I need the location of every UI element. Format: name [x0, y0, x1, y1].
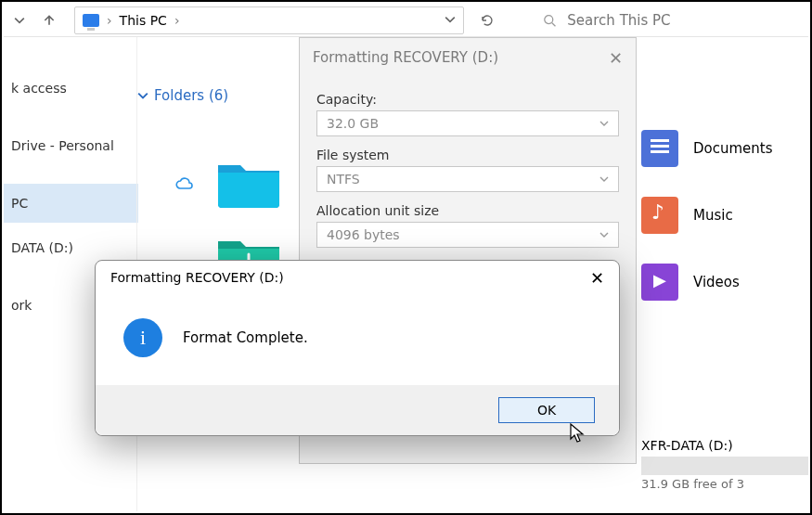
toolbar: › This PC › [4, 4, 808, 37]
info-icon: i [123, 318, 162, 357]
filesystem-value: NTFS [327, 172, 360, 187]
message-box: Formatting RECOVERY (D:) ✕ i Format Comp… [95, 260, 620, 436]
drive-xfr-data[interactable]: XFR-DATA (D:) 31.9 GB free of 3 [641, 438, 808, 491]
group-header-label: Folders (6) [154, 87, 228, 104]
breadcrumb-sep: › [107, 13, 112, 28]
ok-button-label: OK [537, 403, 556, 418]
group-header-folders[interactable]: Folders (6) [137, 87, 228, 104]
breadcrumb-expand-icon[interactable] [445, 13, 456, 28]
capacity-value: 32.0 GB [327, 116, 379, 131]
breadcrumb-sep: › [174, 13, 180, 28]
breadcrumb-location[interactable]: This PC [120, 13, 167, 28]
capacity-label: Capacity: [316, 92, 619, 107]
format-dialog-titlebar: Formatting RECOVERY (D:) ✕ [300, 38, 636, 77]
refresh-button[interactable] [475, 8, 499, 32]
allocation-unit-label: Allocation unit size [316, 203, 619, 218]
svg-point-0 [545, 15, 553, 23]
nav-item-label: Drive - Personal [11, 138, 114, 153]
documents-icon [641, 130, 678, 167]
nav-item-label: ork [11, 298, 32, 313]
folder-item-videos[interactable]: Videos [641, 264, 808, 301]
close-button[interactable]: ✕ [590, 268, 604, 288]
chevron-down-icon [137, 90, 148, 101]
this-pc-icon [83, 14, 99, 27]
nav-item-label: k access [11, 81, 67, 96]
nav-item-label: PC [11, 196, 28, 211]
folder-item-label: Documents [693, 140, 773, 157]
music-icon [641, 197, 678, 234]
chevron-down-icon [599, 119, 609, 128]
nav-item-onedrive[interactable]: Drive - Personal [4, 126, 138, 165]
folder-icon[interactable] [216, 156, 281, 208]
search-box[interactable] [533, 6, 774, 34]
nav-item-quick-access[interactable]: k access [4, 69, 138, 108]
allocation-unit-select[interactable]: 4096 bytes [316, 222, 619, 248]
allocation-unit-value: 4096 bytes [327, 227, 400, 242]
nav-item-this-pc[interactable]: PC [4, 184, 138, 223]
cloud-status-icon [174, 176, 193, 194]
message-box-text: Format Complete. [183, 329, 308, 346]
filesystem-label: File system [316, 148, 619, 162]
folder-item-music[interactable]: Music [641, 197, 808, 234]
right-column: Documents Music Videos [641, 130, 808, 301]
chevron-down-icon [599, 174, 609, 184]
breadcrumb[interactable]: › This PC › [74, 6, 464, 34]
search-icon [543, 13, 556, 28]
history-dropdown-button[interactable] [7, 8, 32, 32]
message-box-titlebar: Formatting RECOVERY (D:) ✕ [96, 261, 619, 294]
capacity-select[interactable]: 32.0 GB [316, 110, 619, 136]
filesystem-select[interactable]: NTFS [316, 166, 619, 192]
folder-item-label: Videos [693, 274, 740, 290]
message-box-title: Formatting RECOVERY (D:) [110, 270, 284, 285]
search-input[interactable] [565, 11, 764, 30]
videos-icon [641, 264, 678, 301]
chevron-down-icon [599, 230, 609, 239]
drive-usage-bar [641, 457, 808, 475]
folder-item-label: Music [693, 207, 733, 224]
drive-name: XFR-DATA (D:) [641, 438, 808, 453]
up-button[interactable] [37, 8, 61, 32]
message-box-footer: OK [96, 385, 619, 435]
drive-free-text: 31.9 GB free of 3 [641, 477, 808, 491]
close-button[interactable]: ✕ [609, 48, 623, 68]
format-dialog-title: Formatting RECOVERY (D:) [313, 49, 498, 66]
nav-item-label: DATA (D:) [11, 240, 73, 255]
ok-button[interactable]: OK [498, 397, 595, 423]
folder-item-documents[interactable]: Documents [641, 130, 808, 167]
